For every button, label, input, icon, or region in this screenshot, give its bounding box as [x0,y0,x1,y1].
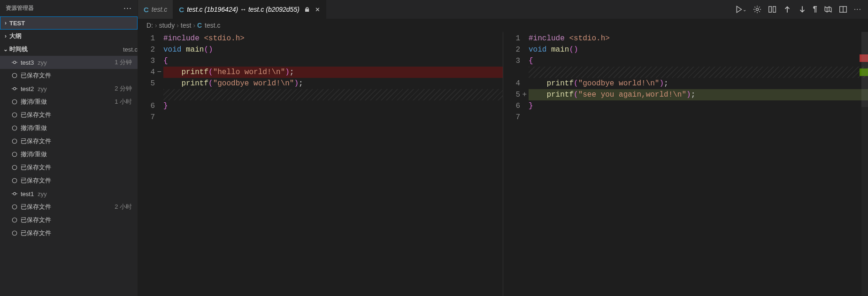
breadcrumb-segment[interactable]: study [159,22,175,29]
prev-diff-icon[interactable] [783,5,791,14]
code-line[interactable]: void main() [163,44,503,55]
breadcrumb-segment[interactable]: D: [146,22,153,29]
svg-point-9 [12,126,17,130]
svg-point-3 [12,73,17,78]
chevron-right-icon: › [155,22,157,29]
code-line[interactable]: printf("hello world!\n"); [163,67,503,78]
timeline-item[interactable]: 已保存文件 [0,69,138,82]
line-number: 4 [503,78,529,89]
timeline-item[interactable]: 撤消/重做 [0,121,138,135]
whitespace-icon[interactable]: ¶ [813,5,817,14]
code-line[interactable]: { [163,55,503,67]
timeline-item[interactable]: 已保存文件 [0,213,138,227]
lock-icon: 🔒︎ [304,6,310,13]
more-icon[interactable]: ··· [854,5,861,14]
explorer-more-icon[interactable]: ··· [123,3,132,13]
timeline-item-name: 已保存文件 [21,163,51,172]
timeline-item[interactable]: 已保存文件2 小时 [0,200,138,213]
svg-point-11 [12,152,17,157]
code-line[interactable] [529,112,868,123]
circle-icon [10,217,19,223]
line-number: 6 [138,100,163,112]
svg-point-18 [12,218,17,222]
chevron-right-icon: › [2,20,9,26]
timeline-item-time: 2 小时 [115,203,132,211]
line-number: 1 [138,33,163,44]
circle-icon [10,99,19,105]
explorer-header: 资源管理器 ··· [0,0,138,16]
timeline-item[interactable]: test2zyy2 分钟 [0,82,138,95]
swap-sides-icon[interactable] [768,5,776,14]
c-file-icon: C [179,6,184,14]
code-line[interactable]: } [529,100,868,112]
code-line[interactable]: printf("see you again,world!\n"); [529,89,868,100]
run-icon[interactable]: ⌄ [735,5,746,14]
breadcrumb-segment[interactable]: test [181,22,192,29]
timeline-item[interactable]: test3zyy1 分钟 [0,56,138,69]
svg-point-19 [12,231,17,235]
section-timeline[interactable]: ⌄ 时间线 test.c [0,43,138,56]
timeline-item[interactable]: 已保存文件 [0,161,138,174]
section-test[interactable]: › TEST [0,16,138,30]
timeline-item-name: 撤消/重做 [21,150,47,159]
timeline-item-author: zyy [38,85,47,92]
svg-point-13 [12,178,17,183]
section-outline-label: 大纲 [9,32,138,40]
code-original[interactable]: #include <stdio.h>void main(){ printf("h… [163,32,503,296]
git-commit-icon [10,190,19,197]
code-line[interactable]: { [529,55,868,67]
svg-point-10 [12,139,17,144]
timeline-item[interactable]: test1zyy [0,187,138,200]
circle-icon [10,204,19,210]
timeline-item-time: 1 小时 [115,98,132,106]
timeline-item-name: 已保存文件 [21,111,51,119]
timeline-item-name: 已保存文件 [21,137,51,145]
circle-icon [10,125,19,131]
code-line[interactable] [163,112,503,123]
circle-icon [10,151,19,158]
section-outline[interactable]: › 大纲 [0,30,138,43]
svg-point-8 [12,113,17,117]
svg-point-4 [13,87,15,90]
code-line[interactable]: #include <stdio.h> [529,33,868,44]
editor-tab[interactable]: Ctest.c (1b196424) ↔ test.c (b2092d55)🔒︎… [173,0,326,19]
timeline-item[interactable]: 已保存文件 [0,135,138,148]
timeline-item[interactable]: 撤消/重做 [0,148,138,161]
timeline-item-name: 已保存文件 [21,216,51,224]
tab-label: test.c (1b196424) ↔ test.c (b2092d55) [187,6,300,13]
code-line[interactable]: #include <stdio.h> [163,33,503,44]
line-number: 2 [503,44,529,55]
diff-original-pane[interactable]: 1234−567 #include <stdio.h>void main(){ … [138,32,503,296]
code-line[interactable]: } [163,100,503,112]
next-diff-icon[interactable] [798,5,807,14]
line-number: 2 [138,44,163,55]
timeline-item-time: 2 分钟 [115,84,132,93]
breadcrumb[interactable]: D:›study›test›C test.c [138,19,868,32]
line-number: 5+ [503,89,529,100]
chevron-right-icon: › [177,22,179,29]
code-line[interactable] [163,89,503,100]
code-line[interactable]: printf("goodbye world!\n"); [163,78,503,89]
editor-tab[interactable]: Ctest.c [138,0,173,19]
timeline-item[interactable]: 已保存文件 [0,174,138,187]
gear-icon[interactable] [753,5,761,14]
code-line[interactable]: void main() [529,44,868,55]
minimap-icon[interactable] [824,5,832,14]
gutter-original: 1234−567 [138,32,163,296]
code-line[interactable] [529,67,868,78]
breadcrumb-segment[interactable]: C test.c [197,22,220,29]
split-icon[interactable] [839,5,847,14]
scrollbar-thumb[interactable] [861,32,868,107]
diff-modified-pane[interactable]: 12345+67 #include <stdio.h>void main(){ … [503,32,868,296]
code-modified[interactable]: #include <stdio.h>void main(){ printf("g… [529,32,868,296]
timeline-item[interactable]: 已保存文件 [0,108,138,121]
line-number: 6 [503,100,529,112]
section-timeline-sub: test.c [123,46,138,53]
close-icon[interactable]: ✕ [315,6,320,13]
timeline-item[interactable]: 已保存文件 [0,227,138,240]
code-line[interactable]: printf("goodbye world!\n"); [529,78,868,89]
circle-icon [10,230,19,236]
vertical-scrollbar[interactable] [861,32,868,296]
timeline-item-name: 撤消/重做 [21,98,47,106]
timeline-item[interactable]: 撤消/重做1 小时 [0,95,138,108]
